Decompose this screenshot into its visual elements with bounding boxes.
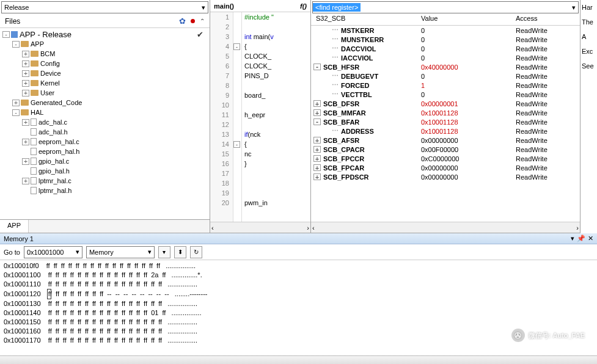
register-access: ReadWrite [516,82,580,89]
side-item[interactable]: A [582,33,596,40]
expander-icon[interactable]: + [313,137,321,144]
fold-icon[interactable]: - [233,141,240,148]
tree-item[interactable]: lptmr_hal.h [0,186,210,195]
side-item[interactable]: Exc [582,48,596,55]
memory-content[interactable]: 0x100010f0 ff ff ff ff ff ff ff ff ff ff… [0,260,597,355]
register-row[interactable]: +SCB_FPDSCR0x00000000ReadWrite [311,172,580,181]
expander-icon[interactable]: + [22,139,29,145]
expander-icon[interactable]: + [313,109,321,116]
release-dropdown[interactable]: Release ▾ [1,1,208,13]
side-item[interactable]: See [582,62,596,70]
expander-icon[interactable]: + [313,155,321,162]
tree-item[interactable]: +Config [0,59,210,68]
file-tree[interactable]: -APP - Release✔-APP+BCM+Config+Device+Ke… [0,28,210,219]
register-row[interactable]: ⋯MSTKERR0ReadWrite [311,26,580,35]
memory-type-select[interactable]: Memory▾ [86,246,155,258]
tree-item[interactable]: +lptmr_hal.c [0,176,210,186]
register-row[interactable]: ⋯DEBUGEVT0ReadWrite [311,71,580,81]
gear-icon[interactable]: ✿ [179,16,186,26]
fold-icon[interactable]: - [233,43,240,50]
tree-item[interactable]: eeprom_hal.h [0,147,210,156]
register-row[interactable]: ⋯ADDRESS0x10001128ReadWrite [311,126,580,136]
col-access: Access [516,15,580,25]
tab-app[interactable]: APP [0,220,29,233]
tree-item[interactable]: +Kernel [0,78,210,88]
expander-icon[interactable]: + [313,164,321,171]
register-row[interactable]: +SCB_DFSR0x00000001ReadWrite [311,99,580,108]
register-access: ReadWrite [516,137,580,144]
register-row[interactable]: -SCB_HFSR0x40000000ReadWrite [311,62,580,71]
tree-item[interactable]: gpio_hal.h [0,166,210,176]
expander-icon[interactable]: + [22,51,29,57]
expander-icon[interactable]: - [12,109,20,116]
register-row[interactable]: ⋯DACCVIOL0ReadWrite [311,44,580,53]
expander-icon[interactable]: + [313,100,321,107]
tree-label: APP - Release [20,30,71,39]
tree-item[interactable]: +User [0,88,210,98]
code-hscroll[interactable]: ‹› [210,222,310,233]
expander-icon[interactable]: + [22,90,29,96]
reg-hscroll[interactable]: ‹› [311,222,580,233]
code-panel: main() f() 12345678910111213141516171819… [210,0,311,233]
register-row[interactable]: +SCB_MMFAR0x10001128ReadWrite [311,108,580,117]
expander-icon[interactable]: + [22,80,29,87]
tree-item[interactable]: -APP - Release✔ [0,29,210,39]
chevron-down-icon: ▾ [76,248,79,256]
register-row[interactable]: ⋯FORCED1ReadWrite [311,81,580,90]
register-body[interactable]: ⋯MSTKERR0ReadWrite⋯MUNSTKERR0ReadWrite⋯D… [311,26,580,222]
register-row[interactable]: +SCB_FPCAR0x00000000ReadWrite [311,163,580,172]
bottom-scrollbar[interactable] [0,355,597,364]
register-value: 0 [421,73,516,80]
tree-item[interactable]: -HAL [0,107,210,117]
memory-format-button[interactable]: ⬍ [174,246,186,258]
register-access: ReadWrite [516,109,580,117]
tree-item[interactable]: adc_hal.h [0,127,210,137]
expander-icon[interactable]: - [12,41,20,48]
tree-item[interactable]: -APP [0,39,210,49]
expander-icon[interactable]: - [313,64,321,70]
register-row[interactable]: +SCB_FPCCR0xC0000000ReadWrite [311,154,580,163]
tree-label: BCM [40,50,55,57]
register-row[interactable]: -SCB_BFAR0x10001128ReadWrite [311,117,580,126]
register-row[interactable]: ⋯IACCVIOL0ReadWrite [311,53,580,62]
register-row[interactable]: ⋯VECTTBL0ReadWrite [311,90,580,99]
register-name: DEBUGEVT [341,73,378,80]
expander-icon[interactable]: + [22,178,29,184]
files-panel: Release ▾ Files ✿ ⌃ -APP - Release✔-APP+… [0,0,210,233]
tree-item[interactable]: +BCM [0,49,210,59]
register-value: 0x00000000 [421,164,516,172]
fn-icon[interactable]: f() [300,2,307,10]
register-value: 0x10001128 [421,118,516,126]
pin-icon[interactable]: 📌 [577,235,585,242]
expander-icon[interactable]: + [313,146,321,153]
expander-icon[interactable]: + [22,70,29,77]
expander-icon[interactable]: + [313,173,321,180]
register-name: MSTKERR [341,27,374,34]
side-item[interactable]: Har [582,4,596,11]
record-dot-icon[interactable] [191,19,195,23]
memory-refresh-button[interactable]: ↻ [190,246,202,258]
expander-icon[interactable]: + [22,60,29,67]
memory-address-input[interactable]: 0x10001000▾ [24,246,82,258]
side-item[interactable]: The [582,18,596,26]
tree-item[interactable]: +Device [0,68,210,78]
expander-icon[interactable]: + [12,100,20,106]
tree-label: HAL [31,109,43,116]
dropdown-icon[interactable]: ▾ [571,235,574,242]
memory-down-button[interactable]: ▾ [158,246,170,258]
expander-icon[interactable]: + [22,158,29,165]
tree-item[interactable]: +gpio_hal.c [0,156,210,166]
expander-icon[interactable]: + [22,119,29,126]
expander-icon[interactable]: - [2,31,10,38]
code-editor[interactable]: 1234567891011121314151617181920 -- #incl… [210,12,310,222]
expander-icon[interactable]: - [313,118,321,125]
close-icon[interactable]: ✕ [588,235,593,242]
register-row[interactable]: ⋯MUNSTKERR0ReadWrite [311,35,580,44]
register-row[interactable]: +SCB_CPACR0x00F00000ReadWrite [311,145,580,154]
tree-item[interactable]: +Generated_Code [0,98,210,107]
register-row[interactable]: +SCB_AFSR0x00000000ReadWrite [311,136,580,145]
find-register-input[interactable]: <find register> ▾ [312,1,579,13]
caret-icon[interactable]: ⌃ [200,18,205,24]
tree-item[interactable]: +eeprom_hal.c [0,137,210,147]
tree-item[interactable]: +adc_hal.c [0,117,210,127]
